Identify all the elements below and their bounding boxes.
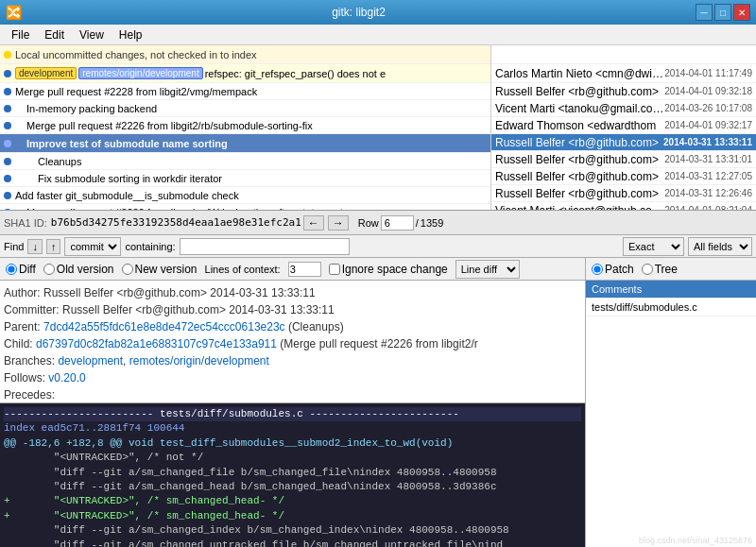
commit-row-6[interactable]: Add faster git_submodule__is_submodule c… <box>0 187 490 204</box>
right-panel-options: Patch Tree <box>586 258 756 281</box>
commit-message-2: Merge pull request #2226 from libgit2/rb… <box>15 120 487 131</box>
diff-algorithm-select[interactable]: Line diff Word diff <box>455 260 520 279</box>
commit-message-5: Fix submodule sorting in workdir iterato… <box>15 173 487 184</box>
diff-area: Diff Old version New version Lines of co… <box>0 258 586 547</box>
old-version-radio[interactable] <box>43 264 55 275</box>
old-version-radio-label[interactable]: Old version <box>43 263 114 276</box>
new-version-radio-label[interactable]: New version <box>122 263 198 276</box>
meta-row-2: Edward Thomson <edwardthom 2014-04-01 09… <box>491 117 756 134</box>
commit-message-6: Add faster git_submodule__is_submodule c… <box>15 190 487 201</box>
ignore-space-checkbox[interactable] <box>329 264 340 275</box>
parent-label: Parent: <box>4 320 43 333</box>
sha-left-arrow[interactable]: ← <box>303 215 324 231</box>
commit-message-selected: Improve test of submodule name sorting <box>15 138 487 149</box>
commit-dot-6 <box>4 192 11 199</box>
title-bar: 🔀 gitk: libgit2 ─ □ ✕ <box>0 0 756 25</box>
menu-edit[interactable]: Edit <box>37 25 72 44</box>
meta-row-0: Russell Belfer <rb@github.com> 2014-04-0… <box>491 83 756 100</box>
follows-prefix: Follows: <box>4 371 48 385</box>
uncommitted-row[interactable]: Local uncommitted changes, not checked i… <box>0 45 490 64</box>
branch-row[interactable]: development remotes/origin/development r… <box>0 64 490 83</box>
commit-row-1[interactable]: In-memory packing backend <box>0 100 490 117</box>
commit-message-4: Cleanups <box>15 156 487 167</box>
diff-content[interactable]: ------------------------ tests/diff/subm… <box>0 403 585 547</box>
diff-line-added-1: + "<UNTRACKED>", /* sm_changed_head- */ <box>4 494 581 508</box>
meta-row-1: Vicent Marti <tanoku@gmail.com> 2014-03-… <box>491 100 756 117</box>
meta-date-6: 2014-03-31 12:26:46 <box>664 188 752 198</box>
commit-dot-7 <box>4 209 11 211</box>
meta-author-0: Russell Belfer <rb@github.com> <box>495 85 664 98</box>
main-content: Local uncommitted changes, not checked i… <box>0 45 756 547</box>
diff-line-2: "diff --git a/sm_changed_file b/sm_chang… <box>4 466 581 480</box>
sha-right-arrow[interactable]: → <box>328 215 349 231</box>
row-number-input[interactable] <box>381 215 414 231</box>
commit-row-7[interactable]: Merge pull request #2229 from linquize/W… <box>0 204 490 210</box>
commit-dot-5 <box>4 175 11 182</box>
commit-row-4[interactable]: Cleanups <box>0 153 490 170</box>
find-label: Find <box>4 241 24 252</box>
close-button[interactable]: ✕ <box>733 4 750 21</box>
commit-meta: Carlos Martin Nieto <cmn@dwim.me> 2014-0… <box>491 45 756 210</box>
diff-options-row: Diff Old version New version Lines of co… <box>0 258 585 281</box>
find-up-button[interactable]: ↑ <box>46 239 61 254</box>
find-input[interactable] <box>180 238 350 255</box>
child-label: Child: <box>4 337 36 350</box>
tree-radio[interactable] <box>642 264 653 275</box>
commit-row-0[interactable]: Merge pull request #2228 from libgit2/vm… <box>0 83 490 100</box>
match-type-select[interactable]: Exact IgnCase Regexp <box>623 237 684 256</box>
meta-date-selected: 2014-03-31 13:33:11 <box>663 137 752 147</box>
sha-row: SHA1 ID: b76b5d34275fe33192358d4eaa1ae98… <box>0 211 756 235</box>
patch-radio[interactable] <box>592 264 603 275</box>
diff-radio-label[interactable]: Diff <box>6 263 36 276</box>
branch-dot <box>4 70 11 77</box>
development-link[interactable]: development <box>58 354 123 368</box>
precedes-line: Precedes: <box>4 386 581 403</box>
parent-hash-link[interactable]: 7dcd42a55f5fdc61e8e8de472ec54ccc0613e23c <box>43 320 285 333</box>
menu-file[interactable]: File <box>4 25 37 44</box>
child-desc: (Merge pull request #2226 from libgit2/r <box>280 337 477 350</box>
child-line: Child: d67397d0c82fab82a1e6883107c97c4e1… <box>4 335 581 352</box>
meta-row-uncommitted <box>491 45 756 64</box>
file-item[interactable]: tests/diff/submodules.c <box>586 299 756 316</box>
menu-view[interactable]: View <box>72 25 112 44</box>
maximize-button[interactable]: □ <box>714 4 731 21</box>
development-tag: development <box>15 67 77 79</box>
meta-row-5: Russell Belfer <rb@github.com> 2014-03-3… <box>491 168 756 185</box>
origin-link[interactable]: remotes/origin/development <box>129 354 269 368</box>
menu-bar: File Edit View Help <box>0 25 756 45</box>
commit-dot-2 <box>4 122 11 129</box>
find-row: Find ↓ ↑ commit author containing: Exact… <box>0 235 756 258</box>
meta-author-selected: Russell Belfer <rb@github.com> <box>495 136 663 149</box>
committer-line: Committer: Russell Belfer <rb@github.com… <box>4 301 581 318</box>
child-hash-link[interactable]: d67397d0c82fab82a1e6883107c97c4e133a911 <box>36 337 277 350</box>
comments-label: Comments <box>586 281 756 299</box>
row-label: Row <box>358 217 379 229</box>
menu-help[interactable]: Help <box>112 25 150 44</box>
commit-row-2[interactable]: Merge pull request #2226 from libgit2/rb… <box>0 117 490 134</box>
uncommitted-dot <box>4 51 11 59</box>
tree-radio-label[interactable]: Tree <box>642 263 678 276</box>
uncommitted-message: Local uncommitted changes, not checked i… <box>15 49 487 60</box>
follows-link[interactable]: v0.20.0 <box>48 371 85 385</box>
containing-label: containing: <box>125 241 175 252</box>
lines-of-context-input[interactable] <box>288 262 321 277</box>
ignore-space-label[interactable]: Ignore space change <box>329 263 448 276</box>
sha-label: SHA1 ID: <box>4 217 47 229</box>
new-version-radio[interactable] <box>122 264 133 275</box>
follows-line: Follows: v0.20.0 <box>4 369 581 386</box>
commit-row-selected[interactable]: Improve test of submodule name sorting <box>0 134 490 153</box>
commit-graph-list: Local uncommitted changes, not checked i… <box>0 45 491 210</box>
diff-radio[interactable] <box>6 264 17 275</box>
find-type-select[interactable]: commit author <box>64 237 121 256</box>
lines-of-context-label: Lines of context: <box>205 264 281 275</box>
meta-row-selected: Russell Belfer <rb@github.com> 2014-03-3… <box>491 134 756 151</box>
right-panel: Patch Tree Comments tests/diff/submodule… <box>586 258 756 547</box>
field-select[interactable]: All fields Headline <box>688 237 752 256</box>
meta-author-7: Vicent Marti <vicent@github.com> <box>495 204 664 211</box>
commit-area: Local uncommitted changes, not checked i… <box>0 45 756 211</box>
patch-radio-label[interactable]: Patch <box>592 263 634 276</box>
minimize-button[interactable]: ─ <box>696 4 713 21</box>
find-down-button[interactable]: ↓ <box>27 239 43 254</box>
commit-row-5[interactable]: Fix submodule sorting in workdir iterato… <box>0 170 490 187</box>
diff-index: index ead5c71..2881f74 100644 <box>4 421 581 436</box>
